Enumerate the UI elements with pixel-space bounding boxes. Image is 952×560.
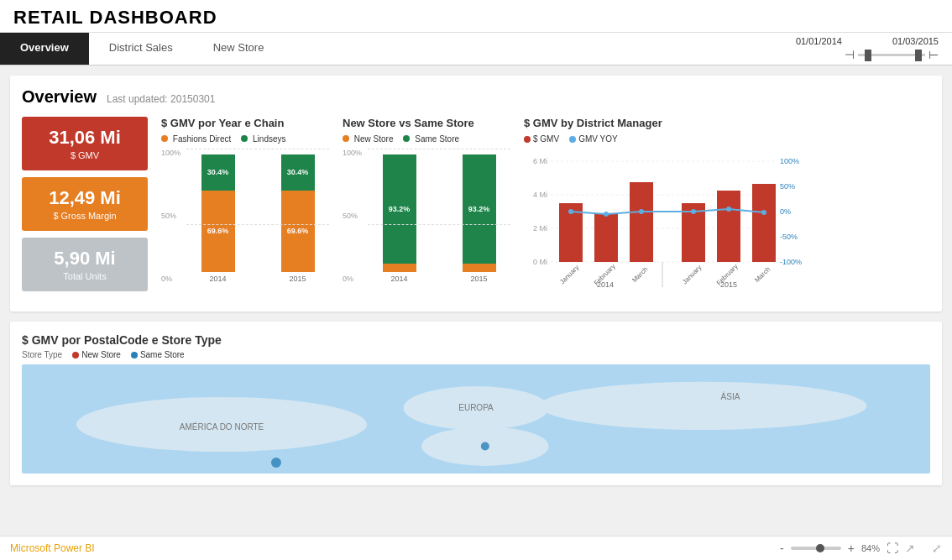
- svg-text:100%: 100%: [780, 157, 799, 165]
- chart-gmv-year-chain: $ GMV por Year e Chain Fashions Direct L…: [161, 117, 329, 300]
- slider-handle-right[interactable]: [915, 50, 922, 61]
- svg-text:2 Mi: 2 Mi: [533, 224, 547, 233]
- chart3-area: 6 Mi 4 Mi 2 Mi 0 Mi 100% 50% 0% -50% -10…: [524, 149, 930, 287]
- chart2-title: New Store vs Same Store: [343, 117, 510, 129]
- legend-same-store-dot: [403, 135, 410, 142]
- svg-text:2015: 2015: [720, 280, 737, 287]
- map-title: $ GMV por PostalCode e Store Type: [22, 333, 930, 347]
- svg-text:-50%: -50%: [780, 233, 798, 241]
- slider-right-icon: ⊢: [928, 48, 939, 61]
- app-title: RETAIL DASHBOARD: [13, 7, 939, 29]
- trend-dot-2: [604, 212, 609, 217]
- fullscreen-icon[interactable]: ⤢: [932, 542, 942, 555]
- chart1-area: 100% 50% 0% 30.4%: [161, 149, 329, 300]
- legend-fashions-direct-dot: [161, 135, 168, 142]
- share-icon[interactable]: ↗: [905, 542, 915, 555]
- trend-dot-1: [568, 209, 573, 214]
- svg-text:January: January: [681, 264, 703, 285]
- zoom-plus[interactable]: +: [848, 542, 855, 555]
- chart1-stacked-2015: 30.4% 69.6%: [281, 154, 315, 272]
- chart-district-manager: $ GMV by District Manager $ GMV GMV YOY: [524, 117, 930, 300]
- slider-handle-left[interactable]: [865, 50, 871, 61]
- map-legend: Store Type New Store Same Store: [22, 350, 930, 359]
- chart2-gridline-mid: [368, 224, 510, 225]
- chart1-seg1-2015: 30.4%: [281, 154, 315, 191]
- footer: Microsoft Power BI - + 84% ⛶ ↗ ⤢: [0, 536, 952, 560]
- chart1-title: $ GMV por Year e Chain: [161, 117, 329, 129]
- tab-district-sales[interactable]: District Sales: [89, 33, 193, 65]
- chart2-stacked-2015: 93.2%: [463, 154, 496, 272]
- kpi-gmv: 31,06 Mi $ GMV: [22, 117, 148, 170]
- chart1-label-2014: 2014: [209, 275, 226, 283]
- chart2-gridline-top: [368, 149, 510, 149]
- main-content: Overview Last updated: 20150301 31,06 Mi…: [0, 65, 952, 536]
- legend-same-store: Same Store: [403, 134, 459, 144]
- chart1-gridline-top: [186, 149, 329, 149]
- chart2-label-2014: 2014: [390, 275, 407, 283]
- svg-text:2014: 2014: [597, 280, 614, 287]
- date-range-slider[interactable]: ⊣ ⊢: [845, 48, 939, 61]
- legend-new-store: New Store: [343, 134, 393, 144]
- svg-text:EUROPA: EUROPA: [458, 403, 494, 412]
- map-dot-americas: [271, 458, 281, 468]
- trend-dot-5: [726, 207, 731, 212]
- svg-text:0%: 0%: [780, 207, 791, 216]
- map-new-store-dot: [72, 352, 79, 359]
- tab-overview[interactable]: Overview: [0, 33, 89, 65]
- chart3-title: $ GMV by District Manager: [524, 117, 930, 129]
- slider-track[interactable]: [858, 54, 925, 56]
- svg-text:AMÉRICA DO NORTE: AMÉRICA DO NORTE: [180, 421, 264, 432]
- bar-feb-2015[interactable]: [717, 191, 740, 262]
- bar-mar-2014[interactable]: [630, 182, 653, 262]
- legend-lindseys-dot: [241, 135, 248, 142]
- map-legend-same-store: Same Store: [131, 350, 185, 359]
- bar-feb-2014[interactable]: [594, 214, 618, 262]
- trend-dot-6: [761, 210, 766, 215]
- zoom-minus[interactable]: -: [780, 542, 784, 555]
- powerbi-link[interactable]: Microsoft Power BI: [10, 542, 95, 554]
- overview-row: 31,06 Mi $ GMV 12,49 Mi $ Gross Margin 5…: [22, 117, 930, 300]
- kpi-gmv-label: $ GMV: [35, 150, 134, 160]
- map-container[interactable]: AMÉRICA DO NORTE EUROPA ÁSIA: [22, 364, 930, 474]
- overview-card: Overview Last updated: 20150301 31,06 Mi…: [10, 76, 942, 311]
- chart2-y-axis: 100% 50% 0%: [343, 149, 368, 300]
- tab-new-store[interactable]: New Store: [193, 33, 285, 65]
- kpi-total-units: 5,90 Mi Total Units: [22, 238, 148, 291]
- legend-gmv-yoy-dot: [569, 136, 576, 143]
- map-store-type-label: Store Type: [22, 350, 62, 359]
- kpi-total-units-label: Total Units: [35, 271, 134, 281]
- bar-mar-2015[interactable]: [752, 184, 776, 262]
- chart2-bar-2015: 93.2% 2015: [447, 154, 510, 283]
- expand-icon[interactable]: ⛶: [887, 542, 898, 555]
- trend-dot-3: [639, 209, 644, 214]
- nav-tabs: Overview District Sales New Store 01/01/…: [0, 33, 952, 65]
- chart1-bar-2015: 30.4% 69.6% 2015: [266, 154, 329, 283]
- chart-new-vs-same: New Store vs Same Store New Store Same S…: [343, 117, 510, 300]
- chart1-stacked-2014: 30.4% 69.6%: [201, 154, 235, 272]
- zoom-slider[interactable]: [791, 547, 841, 550]
- legend-gmv: $ GMV: [524, 134, 559, 144]
- zoom-level: 84%: [861, 543, 880, 553]
- kpi-gross-margin-value: 12,49 Mi: [35, 187, 134, 209]
- svg-text:January: January: [558, 264, 580, 285]
- footer-right: - + 84% ⛶ ↗ ⤢: [780, 542, 942, 555]
- chart2-seg1-2015: 93.2%: [463, 154, 496, 264]
- legend-fashions-direct: Fashions Direct: [161, 134, 231, 144]
- kpi-gmv-value: 31,06 Mi: [35, 127, 134, 149]
- legend-gmv-dot: [524, 136, 531, 143]
- zoom-thumb[interactable]: [816, 544, 824, 552]
- legend-new-store-dot: [343, 135, 349, 142]
- svg-text:4 Mi: 4 Mi: [533, 191, 547, 199]
- chart2-legend: New Store Same Store: [343, 134, 510, 144]
- chart1-bar-2014: 30.4% 69.6% 2014: [186, 154, 249, 283]
- kpi-total-units-value: 5,90 Mi: [35, 248, 134, 270]
- svg-text:50%: 50%: [780, 182, 795, 191]
- chart1-seg2-2014: 69.6%: [201, 191, 235, 272]
- kpi-gross-margin: 12,49 Mi $ Gross Margin: [22, 177, 148, 231]
- legend-gmv-yoy: GMV YOY: [569, 134, 618, 144]
- chart2-bars: 93.2% 2014 93.2%: [368, 149, 510, 300]
- map-section: $ GMV por PostalCode e Store Type Store …: [10, 322, 942, 485]
- chart2-seg2-2015: [463, 264, 496, 272]
- svg-text:-100%: -100%: [780, 258, 802, 266]
- kpi-gross-margin-label: $ Gross Margin: [35, 211, 134, 221]
